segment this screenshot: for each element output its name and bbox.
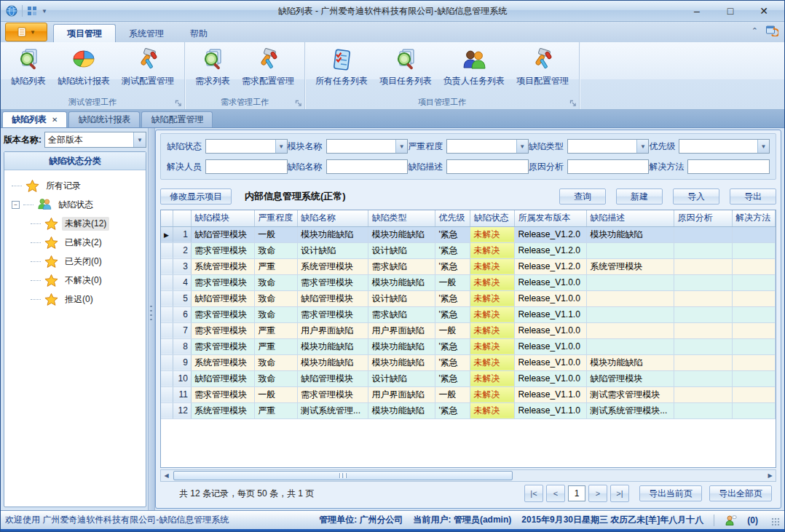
prev-page-button[interactable]: < bbox=[546, 485, 565, 502]
new-button[interactable]: 新建 bbox=[616, 188, 663, 205]
table-row[interactable]: ▶1缺陷管理模块一般模块功能缺陷模块功能缺陷'紧急未解决Release_V1.2… bbox=[161, 226, 776, 242]
horizontal-scrollbar[interactable]: ◀ ▶ bbox=[160, 469, 776, 482]
priority-select[interactable]: ▼ bbox=[679, 139, 770, 154]
import-button[interactable]: 导入 bbox=[673, 188, 719, 205]
requirement-list-button[interactable]: 需求列表 bbox=[189, 45, 236, 90]
first-page-button[interactable]: |< bbox=[524, 485, 543, 502]
owner-task-list-button[interactable]: 负责人任务列表 bbox=[438, 45, 510, 90]
defect-status-select[interactable]: ▼ bbox=[205, 139, 288, 154]
defect-type-select[interactable]: ▼ bbox=[567, 139, 650, 154]
requirement-config-mgmt-button[interactable]: 需求配置管理 bbox=[236, 45, 300, 90]
tree-item-resolved[interactable]: 已解决(2) bbox=[31, 233, 143, 252]
tree-item-label: 缺陷状态 bbox=[55, 198, 96, 212]
export-button[interactable]: 导出 bbox=[730, 188, 776, 205]
tree-expander-icon[interactable]: − bbox=[12, 201, 20, 209]
test-config-mgmt-button[interactable]: 测试配置管理 bbox=[116, 45, 180, 90]
ribbon-button-label: 项目任务列表 bbox=[379, 75, 432, 87]
column-header-status[interactable]: 缺陷状态 bbox=[470, 210, 515, 226]
app-menu-button[interactable]: ▼ bbox=[5, 23, 47, 41]
marker-column-header bbox=[161, 210, 173, 226]
module-name-select[interactable]: ▼ bbox=[326, 139, 409, 154]
project-config-mgmt-button[interactable]: 项目配置管理 bbox=[510, 45, 575, 90]
chevron-down-icon[interactable]: ▼ bbox=[636, 140, 648, 153]
refresh-window-icon[interactable] bbox=[765, 25, 778, 36]
doc-tab-defect-stats-report[interactable]: 缺陷统计报表 bbox=[68, 111, 140, 127]
chevron-down-icon[interactable]: ▼ bbox=[275, 140, 287, 153]
defect-name-input[interactable] bbox=[326, 159, 409, 174]
cell-name: 需求管理模块 bbox=[298, 306, 368, 322]
defect-list-button[interactable]: 缺陷列表 bbox=[5, 45, 52, 90]
table-row[interactable]: 8需求管理模块严重模块功能缺陷模块功能缺陷'紧急未解决Release_V1.0.… bbox=[161, 338, 776, 354]
online-user-icon[interactable] bbox=[725, 515, 737, 526]
tree-item-postponed[interactable]: 推迟(0) bbox=[31, 290, 143, 309]
cause-analysis-input[interactable] bbox=[567, 159, 650, 174]
column-header-solution[interactable]: 解决方法 bbox=[733, 210, 776, 226]
table-row[interactable]: 7需求管理模块严重用户界面缺陷用户界面缺陷一般未解决Release_V1.0.0 bbox=[161, 322, 776, 338]
chevron-down-icon[interactable]: ▼ bbox=[516, 140, 528, 153]
solution-input[interactable] bbox=[687, 159, 770, 174]
ribbon-collapse-icon[interactable]: ⌃ bbox=[752, 26, 758, 36]
table-row[interactable]: 11需求管理模块一般需求管理模块用户界面缺陷一般未解决Release_V1.1.… bbox=[161, 386, 776, 402]
table-row[interactable]: 5缺陷管理模块致命缺陷管理模块设计缺陷'紧急未解决Release_V1.0.0 bbox=[161, 290, 776, 306]
minimize-button[interactable]: – bbox=[685, 4, 709, 18]
next-page-button[interactable]: > bbox=[588, 485, 607, 502]
page-number-input[interactable]: 1 bbox=[568, 485, 585, 501]
column-header-version[interactable]: 所属发布版本 bbox=[515, 210, 587, 226]
version-select[interactable]: 全部版本 ▼ bbox=[44, 132, 146, 148]
chevron-down-icon[interactable]: ▼ bbox=[757, 140, 769, 153]
column-header-name[interactable]: 缺陷名称 bbox=[298, 210, 368, 226]
column-header-priority[interactable]: 优先级 bbox=[435, 210, 470, 226]
export-current-page-button[interactable]: 导出当前页 bbox=[639, 485, 702, 501]
table-row[interactable]: 12系统管理模块严重测试系统管理...模块功能缺陷'紧急未解决Release_V… bbox=[161, 402, 776, 418]
modify-display-items-button[interactable]: 修改显示项目 bbox=[160, 188, 232, 205]
project-task-list-button[interactable]: 项目任务列表 bbox=[374, 45, 438, 90]
ribbon-tab-project-management[interactable]: 项目管理 bbox=[53, 24, 116, 42]
ribbon-tab-system-management[interactable]: 系统管理 bbox=[116, 25, 177, 42]
dialog-launcher-icon[interactable] bbox=[569, 100, 577, 107]
tree-item-defect-status[interactable]: −缺陷状态 bbox=[12, 195, 143, 214]
dialog-launcher-icon[interactable] bbox=[295, 100, 302, 107]
chevron-down-icon[interactable]: ▼ bbox=[395, 140, 407, 153]
layout-grid-icon[interactable] bbox=[27, 6, 37, 16]
chevron-down-icon[interactable]: ▼ bbox=[42, 8, 47, 15]
scroll-left-icon[interactable]: ◀ bbox=[161, 470, 172, 481]
defect-desc-input[interactable] bbox=[446, 159, 529, 174]
export-all-pages-button[interactable]: 导出全部页 bbox=[709, 485, 772, 501]
ribbon-tab-help[interactable]: 帮助 bbox=[177, 25, 221, 42]
table-row[interactable]: 4需求管理模块致命需求管理模块模块功能缺陷一般未解决Release_V1.0.0 bbox=[161, 274, 776, 290]
chevron-down-icon[interactable]: ▼ bbox=[133, 132, 146, 147]
tree-item-closed[interactable]: 已关闭(0) bbox=[31, 252, 143, 271]
table-row[interactable]: 10缺陷管理模块致命缺陷管理模块设计缺陷'紧急未解决Release_V1.0.0… bbox=[161, 370, 776, 386]
all-task-list-button[interactable]: 所有任务列表 bbox=[309, 45, 374, 90]
last-page-button[interactable]: >| bbox=[610, 485, 629, 502]
column-header-severity[interactable]: 严重程度 bbox=[255, 210, 298, 226]
current-row-arrow-icon: ▶ bbox=[164, 231, 169, 239]
column-header-analysis[interactable]: 原因分析 bbox=[674, 210, 733, 226]
close-button[interactable]: ✕ bbox=[752, 4, 776, 18]
doc-tab-defect-config-mgmt[interactable]: 缺陷配置管理 bbox=[141, 111, 213, 127]
maximize-button[interactable]: □ bbox=[719, 4, 742, 18]
doc-search-icon bbox=[200, 48, 225, 73]
tab-close-icon[interactable]: ✕ bbox=[52, 112, 58, 127]
column-header-type[interactable]: 缺陷类型 bbox=[368, 210, 435, 226]
table-row[interactable]: 3系统管理模块严重系统管理模块需求缺陷'紧急未解决Release_V1.2.0系… bbox=[161, 258, 776, 274]
resize-grip-icon[interactable] bbox=[771, 517, 780, 526]
dialog-launcher-icon[interactable] bbox=[175, 100, 182, 107]
severity-select[interactable]: ▼ bbox=[446, 139, 529, 154]
table-row[interactable]: 6需求管理模块致命需求管理模块需求缺陷'紧急未解决Release_V1.1.0 bbox=[161, 306, 776, 322]
defect-stats-report-button[interactable]: 缺陷统计报表 bbox=[52, 45, 116, 90]
table-row[interactable]: 2需求管理模块致命设计缺陷设计缺陷'紧急未解决Release_V1.2.0 bbox=[161, 242, 776, 258]
column-header-module[interactable]: 缺陷模块 bbox=[191, 210, 254, 226]
tree-item-wont-fix[interactable]: 不解决(0) bbox=[31, 271, 143, 290]
tree-item-unresolved[interactable]: 未解决(12) bbox=[31, 214, 143, 233]
scroll-right-icon[interactable]: ▶ bbox=[765, 470, 776, 481]
tree-item-all-records[interactable]: 所有记录 bbox=[12, 176, 143, 195]
sidebar-splitter[interactable] bbox=[148, 128, 155, 510]
resolver-input[interactable] bbox=[205, 159, 288, 174]
doc-tab-defect-list[interactable]: 缺陷列表✕ bbox=[2, 111, 67, 127]
query-button[interactable]: 查询 bbox=[559, 188, 606, 205]
scrollbar-thumb[interactable] bbox=[173, 471, 513, 480]
column-header-desc[interactable]: 缺陷描述 bbox=[587, 210, 674, 226]
app-globe-icon[interactable] bbox=[6, 5, 17, 17]
table-row[interactable]: 9系统管理模块致命模块功能缺陷模块功能缺陷'紧急未解决Release_V1.0.… bbox=[161, 354, 776, 370]
